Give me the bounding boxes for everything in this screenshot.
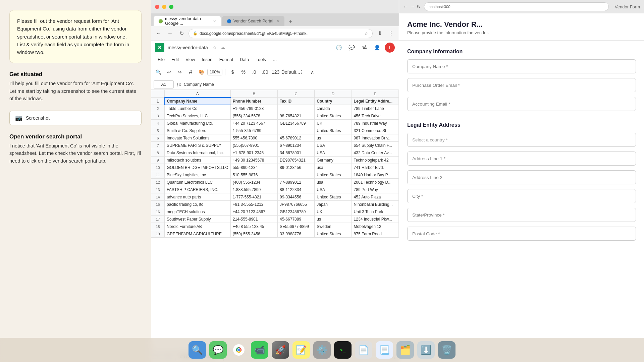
dock-finder[interactable]: 🔍 (189, 341, 206, 359)
country-select[interactable]: Select a country * United States Canada … (407, 133, 636, 147)
menu-insert[interactable]: Insert (199, 55, 215, 64)
vendor-form-address-bar[interactable]: localhost:300 (424, 2, 609, 11)
cell-reference[interactable]: A1 (154, 80, 174, 88)
present-icon[interactable]: 📽 (359, 43, 369, 53)
paint-format-btn[interactable]: 🎨 (197, 67, 206, 77)
sheets-toolbar: 🔍 ↩ ↪ 🖨 🎨 100% $ % .0 .00 123 Default...… (151, 65, 399, 79)
spreadsheet-favicon: 🟢 (158, 19, 163, 23)
dock-trash[interactable]: 🗑️ (438, 341, 455, 359)
dock-notes[interactable]: 📝 (292, 341, 310, 359)
table-row[interactable]: 9mikrotech solutions+49 30 12345678DE987… (151, 157, 399, 164)
table-row[interactable]: 19GREENFARM AGRICULTURE(559) 555-345633-… (151, 230, 399, 238)
col-header-b[interactable]: B (230, 90, 277, 98)
dock-chrome[interactable] (230, 341, 248, 359)
col-header-a[interactable]: A (165, 90, 231, 98)
table-row[interactable]: 8Data Systems International, Inc.+1-678-… (151, 149, 399, 157)
forward-button[interactable]: → (166, 29, 174, 38)
new-tab-button[interactable]: + (286, 17, 295, 26)
screenshot-button[interactable]: 📷 Screenshot — (9, 111, 142, 125)
traffic-light-red[interactable] (155, 5, 159, 9)
table-row[interactable]: 5Smith & Co. Suppliers1-555-345-6789Unit… (151, 127, 399, 134)
vf-refresh-btn[interactable]: ↻ (417, 4, 421, 9)
table-row[interactable]: 1Company NamePhone NumberTax IDCountryLe… (151, 98, 399, 105)
menu-format[interactable]: Format (217, 55, 236, 64)
browser-tab-portal[interactable]: 🔵 Vendor Search Portal ✕ (222, 16, 284, 26)
traffic-light-yellow[interactable] (162, 5, 166, 9)
dock-messages[interactable]: 💬 (209, 341, 227, 359)
download-icon[interactable]: ⬇ (375, 29, 384, 38)
tab1-close[interactable]: ✕ (213, 19, 216, 23)
dock-pages[interactable]: 📃 (376, 341, 393, 359)
print-btn[interactable]: 🖨 (186, 67, 195, 77)
table-row[interactable]: 2Table Lumber Co+1-456-789-0123canada789… (151, 105, 399, 112)
company-name-field (407, 59, 636, 73)
menu-tools[interactable]: Tools (253, 55, 268, 64)
user-avatar[interactable]: I (385, 43, 395, 53)
bookmark-icon[interactable]: ☆ (364, 31, 368, 36)
open-portal-heading: Open vendor search portal (9, 133, 142, 140)
table-row[interactable]: 6Innovate Tech Solutions555.456.789045-6… (151, 134, 399, 142)
table-row[interactable]: 15pacific trading co, ltd+81 3-5555-1212… (151, 201, 399, 208)
comments-icon[interactable]: 💬 (346, 43, 357, 53)
table-row[interactable]: 11BlueSky Logistics, Inc510-555-9876Unit… (151, 171, 399, 179)
vf-forward-btn[interactable]: → (410, 4, 415, 9)
dock-preview[interactable]: 📄 (355, 341, 372, 359)
po-email-input[interactable] (407, 78, 636, 92)
get-situated-section: Get situated I'll help you fill out the … (9, 71, 142, 102)
address-line2-input[interactable] (407, 170, 636, 184)
table-row[interactable]: 16megaTECH solutions+44 20 7123 4567GB12… (151, 208, 399, 216)
table-row[interactable]: 3TechPro Services, LLC(555) 234-567898-7… (151, 112, 399, 120)
dock-settings[interactable]: ⚙️ (313, 341, 331, 359)
tab2-close[interactable]: ✕ (277, 19, 280, 23)
postal-code-input[interactable] (407, 227, 636, 241)
dock-files[interactable]: 🗂️ (396, 341, 414, 359)
menu-edit[interactable]: Edit (169, 55, 181, 64)
table-row[interactable]: 18Nordic Furniture AB+46 8 555 123 45SE5… (151, 223, 399, 230)
search-toolbar-btn[interactable]: 🔍 (154, 67, 163, 77)
vf-back-btn[interactable]: ← (403, 4, 408, 9)
font-select-btn[interactable]: Default... (286, 67, 296, 77)
back-button[interactable]: ← (154, 29, 163, 38)
refresh-button[interactable]: ↻ (177, 29, 186, 38)
company-name-input[interactable] (407, 59, 636, 73)
redo-btn[interactable]: ↪ (175, 67, 184, 77)
star-icon[interactable]: ☆ (213, 45, 217, 50)
table-row[interactable]: 14advance auto parts1-777-555-432199-334… (151, 193, 399, 201)
dock-terminal[interactable]: >_ (334, 341, 352, 359)
more-formats-btn[interactable]: 123 (271, 67, 280, 77)
table-row[interactable]: 12Quantum Electronics LLC(408) 555-12347… (151, 179, 399, 186)
browser-tab-spreadsheet[interactable]: 🟢 messy-vendor-data - Google ... ✕ (154, 16, 221, 26)
more-options-icon[interactable]: ⋮ (387, 29, 395, 38)
state-input[interactable] (407, 208, 636, 222)
col-header-e[interactable]: E (352, 90, 398, 98)
city-input[interactable] (407, 189, 636, 203)
table-row[interactable]: 4Global Manufacturing Ltd.+44 20 7123 45… (151, 120, 399, 127)
menu-more[interactable]: … (270, 55, 280, 64)
decimal-decrease-btn[interactable]: .0 (250, 67, 259, 77)
table-row[interactable]: 10GOLDEN BRIDGE IMPORTS,LLC555-890-12348… (151, 164, 399, 171)
menu-data[interactable]: Data (237, 55, 252, 64)
address-line1-input[interactable] (407, 152, 636, 166)
address-bar[interactable]: 🔒 docs.google.com/spreadsheets/d/1gtIEK5… (189, 29, 373, 38)
table-row[interactable]: 17Southwest Paper Supply214-555-890145-6… (151, 216, 399, 223)
col-header-d[interactable]: D (315, 90, 352, 98)
dock-downloads[interactable]: ⬇️ (417, 341, 435, 359)
collapse-toolbar-btn[interactable]: ∧ (308, 67, 317, 77)
zoom-level[interactable]: 100% (207, 69, 222, 75)
menu-file[interactable]: File (155, 55, 167, 64)
undo-btn[interactable]: ↩ (164, 67, 174, 77)
menu-view[interactable]: View (183, 55, 198, 64)
dock-launchpad[interactable]: 🚀 (272, 341, 289, 359)
history-icon[interactable]: 🕐 (334, 43, 344, 53)
add-person-icon[interactable]: 👤 (372, 43, 382, 53)
traffic-light-green[interactable] (169, 5, 173, 9)
dollar-btn[interactable]: $ (228, 67, 237, 77)
table-row[interactable]: 7SUPREME PARTS & SUPPLY(555)567-890167-8… (151, 142, 399, 149)
percent-btn[interactable]: % (239, 67, 248, 77)
accounting-email-input[interactable] (407, 97, 636, 111)
dock-facetime[interactable]: 📹 (251, 341, 268, 359)
decimal-increase-btn[interactable]: .00 (260, 67, 270, 77)
table-row[interactable]: 13FASTSHIP CARRIERS, INC.1.888.555.78908… (151, 186, 399, 193)
more-toolbar-btn[interactable]: ⋮ (297, 67, 306, 77)
col-header-c[interactable]: C (278, 90, 315, 98)
